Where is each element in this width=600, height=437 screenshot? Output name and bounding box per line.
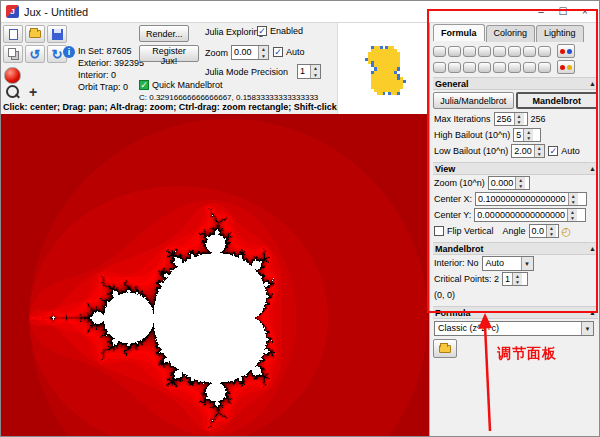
- low-bailout-auto-checkbox[interactable]: ✓ Auto: [548, 146, 580, 156]
- center-x-spinner[interactable]: 0.1000000000000000 ▲▼: [475, 192, 587, 206]
- collapse-icon[interactable]: ▲: [589, 245, 596, 252]
- mandelbrot-button[interactable]: Mandelbrot: [516, 92, 599, 109]
- formula-preset-button[interactable]: [508, 46, 521, 57]
- spinner-arrows-icon[interactable]: ▲▼: [567, 209, 577, 221]
- protractor-icon[interactable]: ◴: [562, 226, 572, 237]
- titlebar: J Jux - Untitled – ☐ ×: [1, 1, 600, 23]
- formula-preset-button[interactable]: [433, 62, 446, 73]
- maximize-button[interactable]: ☐: [552, 3, 574, 20]
- flip-vertical-checkbox[interactable]: Flip Vertical: [434, 226, 494, 236]
- view-zoom-spinner[interactable]: 0.000 ▲▼: [488, 176, 530, 190]
- julia-zoom-spinner[interactable]: 0.00 ▲▼: [231, 45, 269, 60]
- chevron-down-icon[interactable]: ▼: [521, 257, 533, 270]
- formula-preset-button[interactable]: [523, 62, 536, 73]
- formula-preset-button[interactable]: [508, 62, 521, 73]
- orbit-trap-readout: Orbit Trap: 0: [78, 82, 128, 92]
- exterior-readout: Exterior: 392395: [78, 58, 144, 68]
- info-icon[interactable]: i: [63, 46, 75, 58]
- preset-extra-button-2[interactable]: [557, 60, 575, 74]
- critical-points-spinner[interactable]: 1 ▲▼: [502, 272, 528, 286]
- center-x-label: Center X:: [434, 194, 472, 204]
- formula-preset-button[interactable]: [478, 46, 491, 57]
- julia-mandelbrot-button[interactable]: Julia/Mandelbrot: [433, 92, 514, 109]
- copy-button[interactable]: [3, 45, 23, 63]
- checkbox-check-icon: ✓: [548, 146, 558, 156]
- open-formula-button[interactable]: [433, 339, 457, 358]
- collapse-icon[interactable]: ▲: [589, 309, 596, 316]
- angle-spinner[interactable]: 0.0 ▲▼: [529, 224, 559, 238]
- formula-preset-button[interactable]: [478, 62, 491, 73]
- center-y-spinner[interactable]: 0.0000000000000000 ▲▼: [474, 208, 586, 222]
- save-icon: [52, 29, 63, 40]
- render-button[interactable]: Render...: [139, 25, 189, 42]
- section-mandelbrot[interactable]: Mandelbrot ▲: [433, 242, 598, 255]
- new-file-button[interactable]: [3, 25, 23, 43]
- undo-button[interactable]: ↺: [25, 45, 45, 63]
- collapse-icon[interactable]: ▲: [589, 80, 596, 87]
- section-view[interactable]: View ▲: [433, 162, 598, 175]
- formula-preset-button[interactable]: [538, 46, 551, 57]
- flip-vertical-label: Flip Vertical: [447, 226, 494, 236]
- julia-precision-spinner[interactable]: 1 ▲▼: [297, 64, 321, 79]
- formula-preset-button[interactable]: [523, 46, 536, 57]
- formula-preset-button[interactable]: [493, 46, 506, 57]
- spinner-arrows-icon[interactable]: ▲▼: [568, 193, 578, 205]
- max-iterations-spinner[interactable]: 256 ▲▼: [494, 112, 528, 126]
- spinner-arrows-icon[interactable]: ▲▼: [310, 65, 320, 78]
- pan-tool-icon[interactable]: +: [29, 85, 37, 99]
- high-bailout-spinner[interactable]: 5 ▲▼: [513, 128, 541, 142]
- open-file-button[interactable]: [25, 25, 45, 43]
- open-folder-icon: [439, 345, 451, 353]
- preset-extra-button-1[interactable]: [557, 44, 575, 58]
- spinner-arrows-icon[interactable]: ▲▼: [534, 145, 544, 157]
- julia-zoom-auto-checkbox[interactable]: ✓ Auto: [273, 47, 305, 57]
- interior-mode-dropdown[interactable]: Auto ▼: [482, 256, 534, 271]
- spinner-arrows-icon[interactable]: ▲▼: [258, 46, 268, 59]
- julia-precision-label: Julia Mode Precision: [205, 67, 288, 77]
- formula-preset-button[interactable]: [448, 46, 461, 57]
- quick-mandelbrot-checkbox[interactable]: ✓ Quick Mandelbrot: [139, 80, 223, 90]
- formula-preset-button[interactable]: [463, 46, 476, 57]
- zoom-tool-icon[interactable]: [3, 83, 23, 101]
- close-button[interactable]: ×: [574, 3, 596, 20]
- red-dot-icon: [560, 65, 565, 70]
- enabled-checkbox[interactable]: ✓ Enabled: [257, 26, 303, 36]
- formula-preset-button[interactable]: [433, 46, 446, 57]
- tab-formula[interactable]: Formula: [433, 24, 485, 41]
- low-bailout-spinner[interactable]: 2.00 ▲▼: [511, 144, 545, 158]
- spinner-arrows-icon[interactable]: ▲▼: [546, 225, 556, 237]
- spinner-arrows-icon[interactable]: ▲▼: [515, 177, 525, 189]
- checkbox-check-icon: ✓: [139, 80, 149, 90]
- tab-lighting[interactable]: Lighting: [536, 25, 584, 42]
- spinner-arrows-icon[interactable]: ▲▼: [514, 113, 524, 125]
- formula-preset-button[interactable]: [538, 62, 551, 73]
- window-title: Jux - Untitled: [24, 6, 88, 18]
- interior-mode-label: Interior: No: [434, 258, 479, 268]
- yellow-dot-icon: [567, 65, 572, 70]
- spinner-arrows-icon[interactable]: ▲▼: [512, 273, 522, 285]
- formula-dropdown[interactable]: Classic (z^2+c) ▼: [434, 321, 594, 336]
- register-button[interactable]: Register Jux!: [139, 45, 199, 62]
- julia-preview-canvas[interactable]: [350, 31, 418, 107]
- spinner-arrows-icon[interactable]: ▲▼: [523, 129, 533, 141]
- save-file-button[interactable]: [47, 25, 67, 43]
- redo-icon: ↻: [52, 48, 63, 61]
- collapse-icon[interactable]: ▲: [589, 165, 596, 172]
- tab-coloring[interactable]: Coloring: [486, 25, 536, 42]
- formula-preset-button[interactable]: [493, 62, 506, 73]
- minimize-button[interactable]: –: [530, 3, 552, 20]
- auto-label: Auto: [561, 146, 580, 156]
- critical-point-coords: (0, 0): [434, 290, 455, 300]
- interior-readout: Interior: 0: [78, 70, 116, 80]
- view-zoom-label: Zoom (10^n): [434, 178, 485, 188]
- formula-preset-button[interactable]: [448, 62, 461, 73]
- section-general[interactable]: General ▲: [433, 77, 598, 90]
- panel-tabs: Formula Coloring Lighting: [433, 25, 598, 42]
- chevron-down-icon[interactable]: ▼: [581, 322, 593, 335]
- orbit-trap-icon[interactable]: [4, 67, 21, 84]
- blue-dot-icon: [567, 49, 572, 54]
- section-formula[interactable]: Formula ▲: [433, 306, 598, 319]
- formula-preset-button[interactable]: [463, 62, 476, 73]
- undo-icon: ↺: [30, 48, 41, 61]
- mandelbrot-canvas[interactable]: [1, 114, 429, 437]
